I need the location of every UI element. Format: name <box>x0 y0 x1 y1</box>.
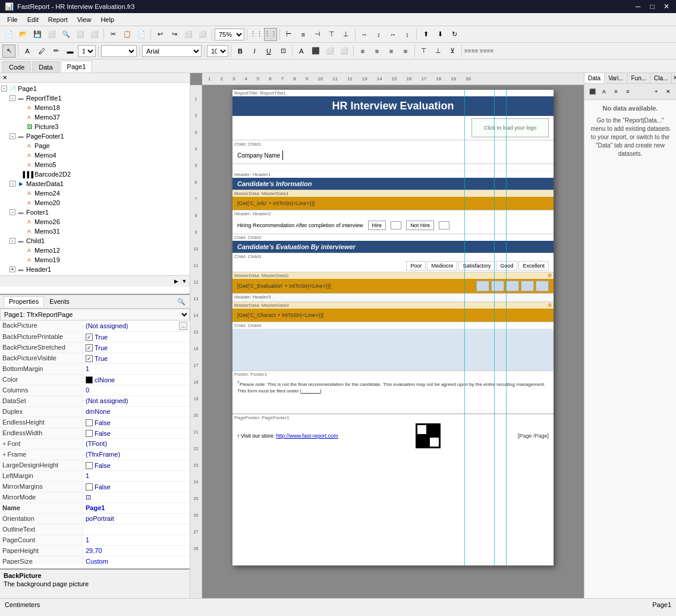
tree-item-picture3[interactable]: 🖼 Picture3 <box>1 122 188 131</box>
btn4[interactable]: ⬜ <box>45 28 58 41</box>
font-size-select[interactable]: 10 <box>207 45 228 57</box>
right-panel-close[interactable]: ✕ <box>672 73 676 83</box>
menu-help[interactable]: Help <box>96 15 119 24</box>
arrow-tool[interactable]: ↖ <box>2 45 15 58</box>
highlight-btn[interactable]: ⬛ <box>309 45 322 58</box>
menu-view[interactable]: View <box>73 15 96 24</box>
size-btn2[interactable]: ↕ <box>401 28 414 41</box>
expand-md1[interactable]: - <box>10 181 15 187</box>
grid-btn[interactable]: ⋮⋮ <box>250 28 263 41</box>
space-btn1[interactable]: ↔ <box>358 28 371 41</box>
valign-mid-btn[interactable]: ⊥ <box>432 45 445 58</box>
page-scroll-area[interactable]: ReportTitle: ReportTitle1 HR Interview E… <box>202 85 584 598</box>
bold-btn[interactable]: B <box>234 45 247 58</box>
new-button[interactable]: 📄 <box>2 28 15 41</box>
order-btn1[interactable]: ⬆ <box>419 28 432 41</box>
size-btn1[interactable]: ↔ <box>386 28 400 41</box>
wordwrap-btn[interactable]: ⊡ <box>276 45 290 58</box>
btn7[interactable]: ⬜ <box>88 28 101 41</box>
fill-color-btn[interactable]: 🖊 <box>35 45 48 58</box>
font-name-select[interactable]: Arial <box>142 45 202 57</box>
backpictureprintable-checkbox[interactable] <box>86 334 93 341</box>
expand-pf1[interactable]: - <box>10 133 15 139</box>
right-btn5[interactable]: + <box>651 86 662 97</box>
props-tab-properties[interactable]: Properties <box>4 296 44 307</box>
align-btn3[interactable]: ⊣ <box>311 28 324 41</box>
menu-file[interactable]: File <box>2 15 23 24</box>
btn-x2[interactable]: ⬜ <box>338 45 351 58</box>
menu-report[interactable]: Report <box>43 15 73 24</box>
line-color-btn[interactable]: ✏ <box>49 45 62 58</box>
space-btn2[interactable]: ↕ <box>372 28 385 41</box>
font-expand[interactable]: + <box>2 440 6 447</box>
valign-top-btn[interactable]: ⊤ <box>417 45 430 58</box>
right-tab-cla[interactable]: Cla... <box>650 73 672 83</box>
tree-item-memo37[interactable]: A Memo37 <box>1 112 188 122</box>
tree-scroll-down[interactable]: ▼ <box>180 277 188 285</box>
underline-btn[interactable]: U <box>262 45 275 58</box>
color-swatch[interactable] <box>86 376 93 384</box>
tree-item-masterdata1[interactable]: - ▶ MasterData1 <box>1 179 188 188</box>
font-color-btn2[interactable]: A <box>295 45 308 58</box>
tree-item-memo20[interactable]: A Memo20 <box>1 198 188 208</box>
tree-item-memo31[interactable]: A Memo31 <box>1 227 188 236</box>
tree-item-footer1[interactable]: - ▬ Footer1 <box>1 208 188 217</box>
tree-item-memo12[interactable]: A Memo12 <box>1 246 188 255</box>
align-center-btn[interactable]: ≡ <box>370 45 383 58</box>
open-button[interactable]: 📂 <box>17 28 30 41</box>
frame-expand[interactable]: + <box>2 451 6 458</box>
right-btn2[interactable]: A <box>599 86 609 97</box>
props-search-btn[interactable]: 🔍 <box>177 297 186 306</box>
grid-btn2[interactable]: ⋮⋮ <box>264 28 277 41</box>
align-right-btn[interactable]: ≡ <box>385 45 398 58</box>
btn10[interactable]: 📄 <box>135 28 148 41</box>
tree-item-barcode[interactable]: ▌▌▌ Barcode2D2 <box>1 169 188 179</box>
tree-scroll-right[interactable]: ▶ <box>172 277 180 285</box>
props-tab-events[interactable]: Events <box>44 296 75 307</box>
right-btn3[interactable]: ≡ <box>611 86 621 97</box>
close-button[interactable]: ✕ <box>662 2 671 11</box>
largedesignheight-checkbox[interactable] <box>86 462 93 469</box>
tree-item-page1[interactable]: - 📄 Page1 <box>1 84 188 93</box>
align-btn2[interactable]: ≡ <box>297 28 310 41</box>
backpicture-btn[interactable]: ... <box>179 322 187 330</box>
tree-item-page[interactable]: A Page <box>1 141 188 150</box>
tree-item-memo4[interactable]: A Memo4 <box>1 150 188 160</box>
props-object-select[interactable]: Page1: TfrxReportPage <box>0 309 190 320</box>
minimize-button[interactable]: ─ <box>633 2 643 11</box>
right-tab-fun[interactable]: Fun... <box>628 73 651 83</box>
btn8[interactable]: ✂ <box>106 28 120 41</box>
align-btn5[interactable]: ⊥ <box>339 28 353 41</box>
align-just-btn[interactable]: ≡ <box>399 45 412 58</box>
btn14[interactable]: ⬜ <box>196 28 209 41</box>
order-btn2[interactable]: ⬇ <box>433 28 447 41</box>
btn-x1[interactable]: ⬜ <box>323 45 337 58</box>
tab-data[interactable]: Data <box>32 61 59 73</box>
tab-code[interactable]: Code <box>2 61 31 73</box>
expand-page1[interactable]: - <box>1 86 7 92</box>
tree-item-pagefooter1[interactable]: - ▬ PageFooter1 <box>1 131 188 141</box>
style-select[interactable] <box>101 45 137 57</box>
redo-button[interactable]: ↪ <box>168 28 181 41</box>
italic-btn[interactable]: I <box>248 45 261 58</box>
rotate-btn[interactable]: ↻ <box>448 28 461 41</box>
right-btn6[interactable]: ✕ <box>663 86 674 97</box>
btn9[interactable]: 📋 <box>121 28 134 41</box>
expand-f1[interactable]: - <box>10 209 15 215</box>
line-width-select[interactable]: 1 <box>78 45 96 57</box>
tab-page1[interactable]: Page1 <box>61 61 93 73</box>
btn6[interactable]: ⬜ <box>74 28 87 41</box>
valign-bot-btn[interactable]: ⊻ <box>446 45 459 58</box>
maximize-button[interactable]: □ <box>647 2 657 11</box>
align-btn1[interactable]: ⊢ <box>282 28 295 41</box>
line-width-btn[interactable]: ▬ <box>64 45 77 58</box>
endlesswidth-checkbox[interactable] <box>86 430 93 437</box>
right-tab-vari[interactable]: Vari... <box>605 73 627 83</box>
tree-item-child1[interactable]: - ▬ Child1 <box>1 236 188 246</box>
align-left-btn[interactable]: ≡ <box>356 45 369 58</box>
save-button[interactable]: 💾 <box>31 28 44 41</box>
tree-item-memo19[interactable]: A Memo19 <box>1 255 188 265</box>
expand-h1[interactable]: + <box>10 266 15 272</box>
right-btn1[interactable]: ⬛ <box>587 86 598 97</box>
tree-close-icon[interactable]: ✕ <box>2 74 7 81</box>
